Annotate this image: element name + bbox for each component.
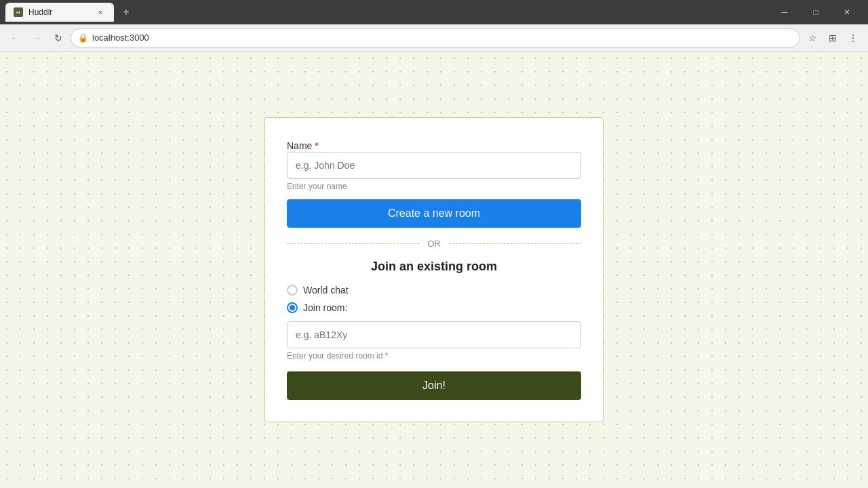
toolbar-actions: ☆ ⊞ ⋮: [803, 28, 863, 47]
minimize-button[interactable]: ─: [769, 0, 800, 24]
forward-button[interactable]: →: [27, 28, 46, 47]
form-card: Name * Enter your name Create a new room…: [264, 117, 604, 422]
create-room-button[interactable]: Create a new room: [287, 199, 581, 228]
or-line-right: [449, 243, 581, 244]
address-text: localhost:3000: [92, 33, 149, 43]
or-line-left: [287, 243, 419, 244]
tab-close-button[interactable]: ✕: [95, 7, 106, 18]
menu-button[interactable]: ⋮: [844, 28, 863, 47]
extensions-button[interactable]: ⊞: [823, 28, 842, 47]
world-chat-radio[interactable]: [287, 285, 298, 296]
join-room-label: Join room:: [303, 302, 347, 313]
radio-join-room[interactable]: Join room:: [287, 302, 581, 313]
bookmark-button[interactable]: ☆: [803, 28, 822, 47]
new-tab-button[interactable]: +: [117, 3, 136, 22]
window-controls: ─ □ ✕: [769, 0, 863, 24]
name-hint: Enter your name: [287, 182, 581, 191]
join-button[interactable]: Join!: [287, 371, 581, 400]
world-chat-label: World chat: [303, 285, 349, 296]
maximize-button[interactable]: □: [800, 0, 831, 24]
page-content: Name * Enter your name Create a new room…: [0, 52, 868, 488]
or-divider: OR: [287, 239, 581, 249]
join-room-radio[interactable]: [287, 302, 298, 313]
lock-icon: 🔒: [78, 33, 88, 43]
room-id-input[interactable]: [287, 321, 581, 348]
close-button[interactable]: ✕: [831, 0, 863, 24]
reload-button[interactable]: ↻: [49, 28, 68, 47]
name-label: Name *: [287, 140, 319, 151]
browser-chrome: H Huddlr ✕ + ─ □ ✕ ← → ↻ 🔒 localhost:300…: [0, 0, 868, 52]
radio-world-chat[interactable]: World chat: [287, 285, 581, 296]
room-id-hint: Enter your desired room id *: [287, 351, 581, 361]
browser-tab[interactable]: H Huddlr ✕: [5, 3, 114, 22]
tab-favicon: H: [14, 7, 23, 17]
tab-title: Huddlr: [28, 7, 52, 17]
radio-group: World chat Join room:: [287, 285, 581, 313]
browser-titlebar: H Huddlr ✕ + ─ □ ✕: [0, 0, 868, 24]
back-button[interactable]: ←: [5, 28, 24, 47]
browser-toolbar: ← → ↻ 🔒 localhost:3000 ☆ ⊞ ⋮: [0, 24, 868, 52]
address-bar[interactable]: 🔒 localhost:3000: [71, 28, 800, 47]
name-input[interactable]: [287, 152, 581, 179]
join-section-title: Join an existing room: [287, 260, 581, 274]
or-text: OR: [427, 239, 441, 249]
